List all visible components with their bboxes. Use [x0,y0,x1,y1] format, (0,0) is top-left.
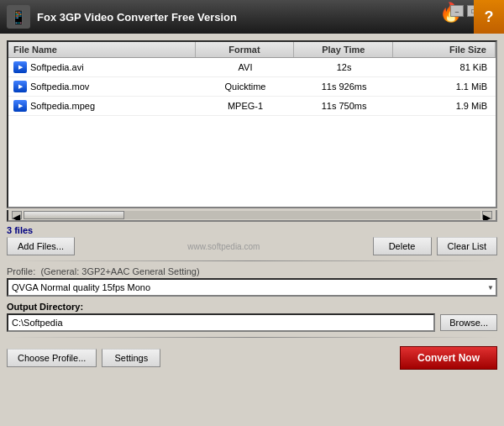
help-button[interactable]: ? [474,0,504,34]
file-count: 3 files [7,225,497,235]
scroll-track[interactable] [24,211,480,219]
convert-now-button[interactable]: Convert Now [400,346,497,370]
table-row[interactable]: ▶ Softpedia.avi AVI 12s 81 KiB [8,58,496,77]
output-path-input[interactable] [7,313,435,332]
bottom-buttons-row: Choose Profile... Settings Convert Now [7,346,497,370]
add-files-button[interactable]: Add Files... [7,237,75,255]
cell-filename: ▶ Softpedia.mov [8,79,196,94]
table-row[interactable]: ▶ Softpedia.mov Quicktime 11s 926ms 1.1 … [8,77,496,97]
col-header-playtime: Play Time [294,42,393,57]
file-list-container[interactable]: File Name Format Play Time File Size ▶ S… [7,40,497,208]
cell-format: MPEG-1 [196,99,295,113]
col-header-filename: File Name [8,42,196,57]
cell-filesize: 81 KiB [393,60,496,74]
choose-profile-button[interactable]: Choose Profile... [7,349,97,367]
cell-filesize: 1.9 MiB [393,99,496,113]
scroll-thumb[interactable] [24,211,124,219]
filename-text: Softpedia.mov [30,82,89,92]
col-header-format: Format [196,42,295,57]
file-icon: ▶ [13,61,27,73]
profile-select-wrapper: QVGA Normal quality 15fps Mono [7,278,497,297]
cell-filesize: 1.1 MiB [393,80,496,93]
cell-filename: ▶ Softpedia.mpeg [8,98,196,113]
output-label: Output Directory: [7,302,497,312]
scroll-left-button[interactable]: ◀ [12,211,22,219]
separator-1 [7,260,497,261]
cell-playtime: 11s 926ms [295,80,394,93]
table-row[interactable]: ▶ Softpedia.mpeg MPEG-1 11s 750ms 1.9 Mi… [8,97,496,116]
cell-format: AVI [196,60,295,74]
watermark: www.softpedia.com [80,242,368,251]
cell-format: Quicktime [196,80,295,93]
output-section: Output Directory: Browse... [7,302,497,332]
minimize-button[interactable]: – [450,5,464,17]
scroll-right-button[interactable]: ▶ [482,211,492,219]
filename-text: Softpedia.avi [30,62,84,72]
settings-button[interactable]: Settings [102,349,160,367]
file-icon: ▶ [13,81,27,92]
filename-text: Softpedia.mpeg [30,101,95,111]
output-row: Browse... [7,313,497,332]
profile-label: Profile: (General: 3GP2+AAC General Sett… [7,266,497,276]
bottom-left-buttons: Choose Profile... Settings [7,349,160,367]
clear-list-button[interactable]: Clear List [437,237,497,255]
profile-select[interactable]: QVGA Normal quality 15fps Mono [7,278,497,297]
cell-playtime: 11s 750ms [295,99,394,113]
separator-2 [7,337,497,338]
file-rows: ▶ Softpedia.avi AVI 12s 81 KiB ▶ Softped… [8,58,496,116]
col-header-filesize: File Size [393,42,496,57]
cell-playtime: 12s [295,60,394,74]
profile-section: Profile: (General: 3GP2+AAC General Sett… [7,266,497,297]
app-icon: 📱 [7,5,30,29]
file-icon: ▶ [13,100,27,112]
main-content: File Name Format Play Time File Size ▶ S… [0,34,504,376]
delete-button[interactable]: Delete [373,237,432,255]
file-list-header: File Name Format Play Time File Size [8,42,496,58]
action-buttons-row: Add Files... www.softpedia.com Delete Cl… [7,237,497,255]
title-bar: 📱 Fox 3GP Video Converter Free Version 🔥… [0,0,504,34]
scrollbar-area[interactable]: ◀ ▶ [7,210,497,222]
browse-button[interactable]: Browse... [440,314,497,331]
window-title: Fox 3GP Video Converter Free Version [37,11,497,24]
cell-filename: ▶ Softpedia.avi [8,60,196,75]
